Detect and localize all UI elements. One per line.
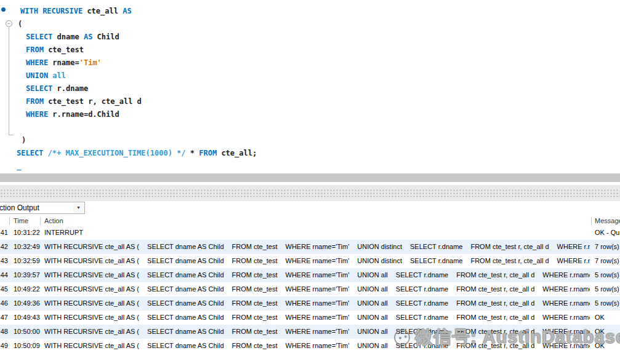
row-time: 10:49:43 [14,314,40,321]
output-row[interactable]: 4910:50:09WITH RECURSIVE cte_all AS (SEL… [0,339,620,353]
row-index: 48 [0,328,8,335]
action-segment: UNION all [357,342,388,349]
action-segment: WITH RECURSIVE cte_all AS ( [44,299,139,307]
row-action: INTERRUPT [44,229,590,236]
action-segment: SELECT r.dname [396,271,448,279]
chevron-down-icon[interactable]: ▼ [73,203,84,213]
output-row[interactable]: 4510:49:22WITH RECURSIVE cte_all AS (SEL… [0,282,620,296]
action-segment: UNION all [357,285,388,293]
action-segment: FROM cte_test [232,328,278,335]
action-segment: FROM cte_test r, cte_all d [456,328,534,335]
row-time: 10:50:00 [14,328,40,335]
workbench-window: − WITH RECURSIVE cte_all AS(SELECT dname… [0,0,620,364]
action-segment: FROM cte_test [232,342,278,349]
action-segment: FROM cte_test [232,257,278,264]
row-time: 10:50:09 [14,342,40,349]
action-segment: SELECT dname AS Child [147,271,224,279]
code-line: UNION all [0,69,620,82]
column-header-message[interactable]: Message [595,217,620,224]
action-segment: FROM cte_test [232,285,278,293]
action-segment: SELECT r.dname [396,342,448,349]
output-selector-dropdown[interactable]: Action Output ▼ [0,202,85,214]
row-message: 5 row(s) [595,271,620,279]
action-segment: SELECT dname AS Child [147,299,224,307]
text-cursor: _ [17,162,21,170]
row-message: 5 row(s) [595,285,620,293]
row-message: 5 row(s) [595,299,620,307]
action-segment: FROM cte_test r, cte_all d [456,271,534,279]
action-segment: FROM cte_test r, cte_all d [456,299,534,307]
action-segment: FROM cte_test r, cte_all d [456,285,534,293]
row-message: OK [595,328,620,335]
action-segment: SELECT r.dname [396,314,448,321]
action-segment: WHERE r.rname=d.Child ... [542,285,590,293]
action-segment: WHERE r.rname=d.... [557,243,590,250]
editor-bottom-bar [0,173,620,182]
action-segment: FROM cte_test [232,314,278,321]
action-segment: WHERE rname='Tim' [286,271,350,279]
row-message: OK - Qu [595,229,620,236]
code-line: FROM cte_test [0,44,620,57]
grid-header: Time Action Message [0,216,620,226]
column-divider[interactable] [9,217,10,225]
action-segment: UNION distinct [357,243,402,250]
output-selector-label: Action Output [0,204,39,212]
action-segment: WHERE r.rname=d.Child ... [542,314,590,321]
action-segment: SELECT r.dname [396,285,448,293]
action-segment: WHERE rname='Tim' [286,342,350,349]
action-segment: WHERE rname='Tim' [286,257,350,264]
column-divider[interactable] [591,217,592,225]
row-time: 10:49:22 [14,285,40,293]
code-line: WHERE rname='Tim' [0,57,620,69]
row-index: 46 [0,299,8,307]
splitter-grip-dots [0,189,620,197]
action-output-rows: 4110:31:22INTERRUPTOK - Qu4210:32:49WITH… [0,226,620,353]
row-index: 41 [0,229,8,236]
action-segment: UNION distinct [357,257,402,264]
output-row[interactable]: 4210:32:49WITH RECURSIVE cte_all AS (SEL… [0,240,620,254]
row-message: 7 row(s) [595,257,620,264]
output-row[interactable]: 4310:32:59WITH RECURSIVE cte_all AS (SEL… [0,254,620,268]
action-output-grid: Time Action Message 4110:31:22INTERRUPTO… [0,216,620,364]
row-index: 44 [0,271,8,279]
output-row[interactable]: 4410:39:57WITH RECURSIVE cte_all AS (SEL… [0,268,620,282]
code-line: SELECT dname AS Child [0,31,620,44]
sql-editor[interactable]: − WITH RECURSIVE cte_all AS(SELECT dname… [0,0,620,173]
action-segment: WITH RECURSIVE cte_all AS ( [44,285,139,293]
action-segment: WHERE rname='Tim' [286,314,350,321]
code-line [0,121,620,134]
code-line: SELECT /*+ MAX_EXECUTION_TIME(1000) */ *… [0,147,620,160]
row-action: WITH RECURSIVE cte_all AS (SELECT dname … [44,328,590,335]
code-line: WITH RECURSIVE cte_all AS [0,5,620,18]
row-index: 47 [0,314,8,321]
row-action: WITH RECURSIVE cte_all AS (SELECT dname … [44,243,590,250]
output-row[interactable]: 4710:49:43WITH RECURSIVE cte_all AS (SEL… [0,311,620,325]
action-segment: SELECT r.dname [396,328,448,335]
action-segment: SELECT r.dname [396,299,448,307]
action-segment: UNION all [357,328,388,335]
row-time: 10:49:36 [14,299,40,307]
panel-splitter[interactable] [0,185,620,201]
code-line: ( [0,18,620,31]
action-segment: WHERE r.rname=d.Child ... [542,271,590,279]
row-index: 42 [0,243,8,250]
action-segment: FROM cte_test r, cte_all d [470,243,549,250]
action-segment: WITH RECURSIVE cte_all AS ( [44,243,139,250]
output-row[interactable]: 4610:49:36WITH RECURSIVE cte_all AS (SEL… [0,296,620,311]
column-divider[interactable] [40,217,41,225]
action-segment: SELECT dname AS Child [147,342,224,349]
action-segment: SELECT r.dname [410,257,462,264]
action-segment: WITH RECURSIVE cte_all AS ( [44,328,139,335]
column-header-action[interactable]: Action [44,217,63,224]
action-segment: WHERE rname='Tim' [286,299,350,307]
action-segment: INTERRUPT [44,229,83,236]
column-header-time[interactable]: Time [14,217,28,224]
row-time: 10:39:57 [14,271,40,279]
action-segment: UNION all [357,271,388,279]
output-row[interactable]: 4810:50:00WITH RECURSIVE cte_all AS (SEL… [0,325,620,339]
action-segment: SELECT dname AS Child [147,243,224,250]
output-row[interactable]: 4110:31:22INTERRUPTOK - Qu [0,226,620,240]
action-segment: WITH RECURSIVE cte_all AS ( [44,271,139,279]
row-time: 10:32:49 [14,243,40,250]
code-line: ) [0,134,620,147]
